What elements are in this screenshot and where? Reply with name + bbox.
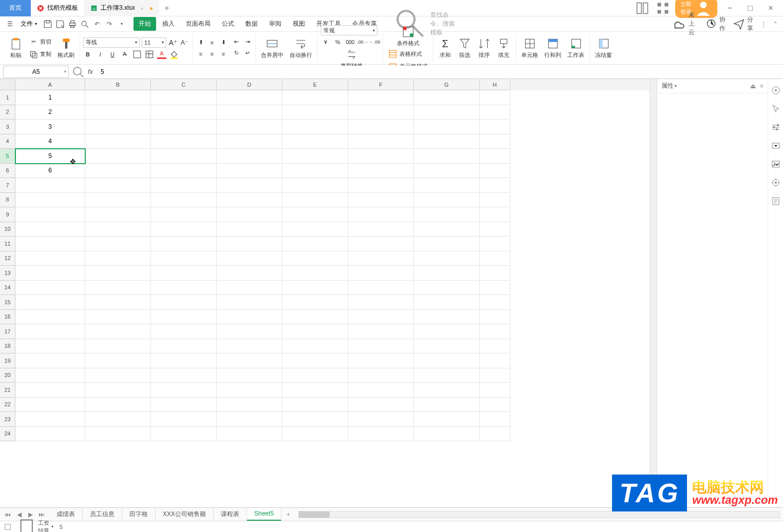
- cell-B10[interactable]: [85, 222, 151, 237]
- cell-E18[interactable]: [282, 339, 348, 354]
- cell-A10[interactable]: [15, 222, 85, 237]
- cell-D14[interactable]: [217, 281, 282, 295]
- cell-C12[interactable]: [151, 251, 217, 266]
- cell-G16[interactable]: [414, 310, 480, 325]
- side-backup-icon[interactable]: [771, 141, 781, 151]
- side-location-icon[interactable]: [771, 178, 781, 188]
- row-header[interactable]: 4: [0, 134, 15, 149]
- cell-H23[interactable]: [480, 412, 510, 427]
- redo-icon[interactable]: ↷: [105, 19, 114, 29]
- cell-F17[interactable]: [348, 324, 414, 339]
- qat-dropdown-icon[interactable]: ▾: [117, 19, 126, 29]
- tab-menu-icon[interactable]: ▫: [141, 5, 143, 12]
- cell-H16[interactable]: [480, 310, 510, 325]
- cell-G10[interactable]: [414, 222, 480, 237]
- cut-button[interactable]: ✂剪切: [27, 36, 53, 48]
- cell-C20[interactable]: [151, 368, 217, 383]
- col-header-H[interactable]: H: [480, 79, 510, 90]
- cell-G3[interactable]: [414, 120, 480, 134]
- tab-templates[interactable]: 找稻壳模板: [31, 0, 84, 16]
- apps-icon[interactable]: [655, 1, 671, 15]
- cell-B24[interactable]: [85, 427, 151, 442]
- cell-E7[interactable]: [282, 178, 348, 193]
- name-box[interactable]: A5 ▾: [3, 66, 69, 78]
- cell-E1[interactable]: [282, 90, 348, 105]
- cell-E12[interactable]: [282, 251, 348, 266]
- cell-A6[interactable]: 6: [15, 164, 85, 179]
- cell-F6[interactable]: [348, 164, 414, 179]
- cell-F20[interactable]: [348, 368, 414, 383]
- cell-F8[interactable]: [348, 193, 414, 208]
- align-top-icon[interactable]: ⬆: [196, 37, 206, 48]
- cell-G19[interactable]: [414, 353, 480, 368]
- cell-G11[interactable]: [414, 237, 480, 251]
- cell-E16[interactable]: [282, 310, 348, 325]
- cell-B9[interactable]: [85, 207, 151, 222]
- cell-F15[interactable]: [348, 295, 414, 310]
- cell-H21[interactable]: [480, 383, 510, 398]
- cell-H12[interactable]: [480, 251, 510, 266]
- row-header[interactable]: 16: [0, 310, 15, 325]
- row-header[interactable]: 18: [0, 339, 15, 354]
- cell-B15[interactable]: [85, 295, 151, 310]
- collapse-ribbon-icon[interactable]: ⌃: [773, 21, 778, 28]
- row-header[interactable]: 22: [0, 398, 15, 412]
- indent-decrease-icon[interactable]: ⇤: [232, 37, 241, 47]
- cell-C15[interactable]: [151, 295, 217, 310]
- cell-C21[interactable]: [151, 383, 217, 398]
- row-col-button[interactable]: 行和列: [542, 36, 563, 60]
- font-color-icon[interactable]: A: [157, 50, 166, 59]
- cell-A3[interactable]: 3: [15, 120, 85, 134]
- sum-button[interactable]: Σ求和: [436, 36, 454, 60]
- add-sheet-button[interactable]: +: [281, 511, 295, 518]
- cell-D13[interactable]: [217, 266, 282, 281]
- row-header[interactable]: 19: [0, 353, 15, 368]
- orientation-icon[interactable]: ↻: [232, 49, 241, 58]
- cell-A12[interactable]: [15, 251, 85, 266]
- cell-D16[interactable]: [217, 310, 282, 325]
- col-header-B[interactable]: B: [85, 79, 151, 90]
- cell-H7[interactable]: [480, 178, 510, 193]
- row-header[interactable]: 21: [0, 383, 15, 398]
- row-header[interactable]: 2: [0, 105, 15, 120]
- cell-F19[interactable]: [348, 353, 414, 368]
- cell-D18[interactable]: [217, 339, 282, 354]
- cell-H15[interactable]: [480, 295, 510, 310]
- cell-C23[interactable]: [151, 412, 217, 427]
- sheet-tab[interactable]: 课程表: [214, 508, 247, 521]
- cell-E2[interactable]: [282, 105, 348, 120]
- cell-H13[interactable]: [480, 266, 510, 281]
- cell-G13[interactable]: [414, 266, 480, 281]
- row-header[interactable]: 20: [0, 368, 15, 383]
- cell-D22[interactable]: [217, 398, 282, 412]
- cell-B4[interactable]: [85, 134, 151, 149]
- tab-pagelayout[interactable]: 页面布局: [181, 17, 216, 31]
- cell-F7[interactable]: [348, 178, 414, 193]
- cell-F24[interactable]: [348, 427, 414, 442]
- cell-D1[interactable]: [217, 90, 282, 105]
- save-as-icon[interactable]: [55, 19, 65, 29]
- copy-button[interactable]: 复制: [27, 49, 53, 60]
- formula-input[interactable]: [97, 66, 783, 78]
- cell-C5[interactable]: [151, 149, 217, 164]
- row-header[interactable]: 17: [0, 324, 15, 339]
- cell-B2[interactable]: [85, 105, 151, 120]
- cell-D19[interactable]: [217, 353, 282, 368]
- cell-E11[interactable]: [282, 237, 348, 251]
- cell-D24[interactable]: [217, 427, 282, 442]
- align-center-icon[interactable]: ≡: [207, 49, 217, 59]
- cell-D11[interactable]: [217, 237, 282, 251]
- tab-home[interactable]: 首页: [0, 0, 31, 16]
- cell-A23[interactable]: [15, 412, 85, 427]
- cell-A13[interactable]: [15, 266, 85, 281]
- collab-button[interactable]: 协作: [705, 15, 727, 33]
- cell-C22[interactable]: [151, 398, 217, 412]
- tab-add-button[interactable]: +: [159, 4, 174, 13]
- cell-H10[interactable]: [480, 222, 510, 237]
- cell-C18[interactable]: [151, 339, 217, 354]
- col-header-D[interactable]: D: [217, 79, 282, 90]
- cell-C24[interactable]: [151, 427, 217, 442]
- cell-F5[interactable]: [348, 149, 414, 164]
- row-header[interactable]: 9: [0, 207, 15, 222]
- cellstyle-quick-icon[interactable]: [145, 50, 154, 59]
